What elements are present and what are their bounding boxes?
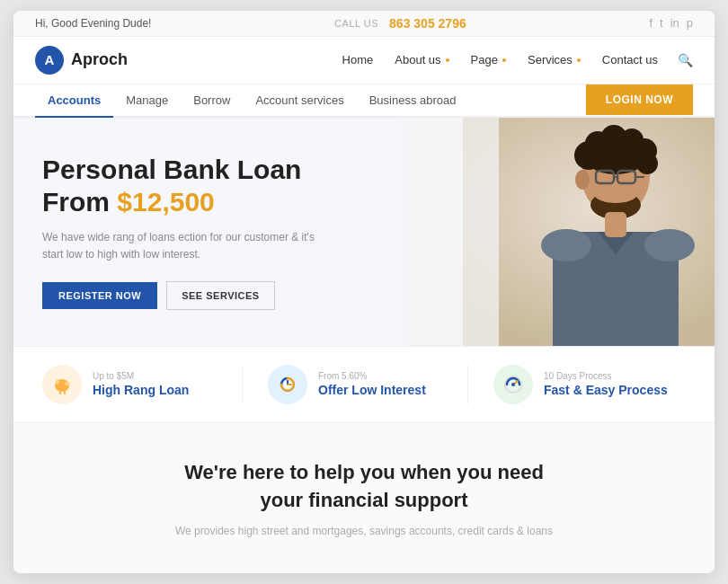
subnav-account-services[interactable]: Account services — [243, 84, 356, 118]
logo-text: Aproch — [71, 50, 128, 69]
browser-window: Hi, Good Evening Dude! CALL US 863 305 2… — [13, 11, 715, 574]
subnav-borrow[interactable]: Borrow — [181, 84, 243, 118]
svg-rect-27 — [59, 391, 61, 394]
feature-low-interest: From 5.60% Offer Low Interest — [242, 365, 460, 404]
pinterest-icon[interactable]: p — [687, 16, 693, 30]
feature-fast-process: 10 Days Process Fast & Easy Process — [467, 365, 686, 404]
hero-title: Personal Bank Loan From $12,500 — [42, 154, 333, 218]
register-button[interactable]: REGISTER NOW — [42, 282, 157, 309]
svg-point-19 — [644, 229, 695, 261]
feature-mainlabel: Fast & Easy Process — [544, 383, 668, 397]
hero-content: Personal Bank Loan From $12,500 We have … — [13, 118, 355, 346]
header: A Aproch Home About us Page Services Con… — [13, 37, 715, 84]
nav-page[interactable]: Page — [462, 49, 515, 70]
hero-buttons: REGISTER NOW SEE SERVICES — [42, 281, 333, 310]
speed-icon — [493, 365, 533, 404]
svg-point-15 — [594, 185, 637, 203]
greeting-prefix: Hi, — [35, 17, 49, 30]
feature-sublabel: Up to $5M — [93, 371, 189, 381]
svg-point-38 — [511, 383, 515, 386]
nav-dot — [577, 58, 581, 62]
feature-mainlabel: Offer Low Interest — [318, 383, 426, 397]
nav-contact[interactable]: Contact us — [593, 49, 667, 70]
nav-dot — [446, 58, 449, 62]
financial-support-section: We're here to help you when you need you… — [13, 423, 715, 574]
svg-point-18 — [541, 229, 591, 261]
phone-number[interactable]: 863 305 2796 — [389, 16, 466, 31]
feature-low-interest-text: From 5.60% Offer Low Interest — [318, 371, 426, 397]
subnav-accounts[interactable]: Accounts — [35, 84, 113, 118]
svg-point-9 — [575, 170, 590, 190]
svg-point-26 — [65, 382, 70, 385]
hero-description: We have wide rang of loans ection for ou… — [42, 229, 333, 263]
section-title: We're here to help you when you need you… — [35, 459, 693, 515]
call-label: CALL US — [334, 18, 378, 29]
svg-rect-22 — [409, 118, 463, 346]
feature-fast-process-text: 10 Days Process Fast & Easy Process — [544, 371, 668, 397]
feature-mainlabel: High Rang Loan — [93, 383, 189, 397]
chart-icon — [268, 365, 307, 404]
feature-high-rang-text: Up to $5M High Rang Loan — [93, 371, 189, 397]
feature-sublabel: 10 Days Process — [544, 371, 668, 381]
greeting-text: Good Evening Dude! — [51, 17, 151, 30]
facebook-icon[interactable]: f — [649, 16, 653, 30]
nav-about[interactable]: About us — [386, 49, 457, 70]
person-illustration — [409, 118, 715, 346]
subnav-manage[interactable]: Manage — [113, 84, 181, 118]
logo[interactable]: A Aproch — [35, 46, 128, 75]
subnav-business-abroad[interactable]: Business abroad — [357, 84, 469, 118]
hero-section: Personal Bank Loan From $12,500 We have … — [13, 118, 715, 346]
svg-rect-28 — [64, 391, 66, 394]
instagram-icon[interactable]: in — [670, 16, 679, 30]
nav-dot — [502, 58, 506, 62]
logo-icon: A — [35, 46, 64, 75]
login-button[interactable]: LOGIN NOW — [586, 84, 693, 115]
search-icon[interactable]: 🔍 — [678, 53, 693, 67]
section-description: We provides high street and mortgages, s… — [175, 525, 553, 537]
svg-point-30 — [56, 379, 59, 385]
call-us: CALL US 863 305 2796 — [334, 16, 466, 31]
feature-high-rang-loan: Up to $5M High Rang Loan — [42, 365, 235, 404]
main-nav: Home About us Page Services Contact us 🔍 — [333, 49, 693, 70]
hero-image — [391, 118, 715, 346]
nav-home[interactable]: Home — [333, 49, 383, 70]
nav-services[interactable]: Services — [519, 49, 590, 70]
svg-point-8 — [636, 153, 658, 174]
features-bar: Up to $5M High Rang Loan From 5.60% Offe… — [13, 346, 715, 423]
sub-nav: Accounts Manage Borrow Account services … — [13, 84, 715, 118]
see-services-button[interactable]: SEE SERVICES — [166, 281, 275, 310]
social-icons: f t in p — [649, 16, 693, 30]
hero-amount: $12,500 — [117, 187, 214, 217]
twitter-icon[interactable]: t — [660, 16, 663, 30]
greeting: Hi, Good Evening Dude! — [35, 17, 151, 30]
feature-sublabel: From 5.60% — [318, 371, 426, 381]
top-bar: Hi, Good Evening Dude! CALL US 863 305 2… — [13, 11, 715, 37]
svg-rect-20 — [605, 212, 626, 237]
piggy-bank-icon — [42, 365, 82, 404]
